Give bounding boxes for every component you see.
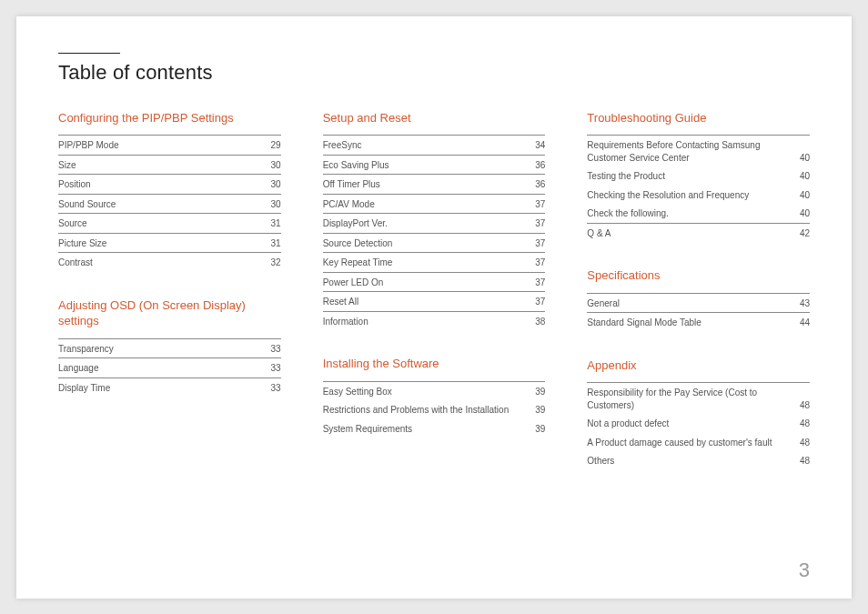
section-heading[interactable]: Troubleshooting Guide [587,110,810,126]
toc-section: Installing the SoftwareEasy Setting Box3… [323,356,546,438]
toc-entry-page: 37 [530,296,545,308]
toc-entry[interactable]: Language33 [58,357,281,377]
toc-entry[interactable]: Transparency33 [58,338,281,358]
toc-entry[interactable]: Key Repeat Time37 [323,252,546,272]
toc-entry-label: Others [587,455,623,468]
toc-entry-page: 40 [794,152,810,165]
toc-entry-page: 37 [530,257,545,269]
toc-entry-label: Easy Setting Box [323,386,401,398]
toc-entry[interactable]: Reset All37 [323,291,546,311]
toc-entry-label: Responsibility for the Pay Service (Cost… [587,387,794,411]
toc-entry[interactable]: General43 [587,293,810,313]
toc-entry-label: Eco Saving Plus [323,159,399,172]
toc-entry-label: Key Repeat Time [323,257,402,269]
toc-entry[interactable]: Position30 [58,174,281,194]
toc-entry-label: Contrast [58,257,102,269]
toc-entry-label: Sound Source [58,198,125,211]
toc-entry-label: Source [58,217,96,230]
toc-entry-page: 32 [266,257,281,269]
toc-entry[interactable]: Q & A42 [587,223,810,243]
toc-section: SpecificationsGeneral43Standard Signal M… [587,267,810,332]
toc-entry-label: Not a product defect [587,418,678,430]
title-rule [58,53,120,54]
toc-entry-page: 37 [530,277,545,289]
page-number: 3 [799,559,810,582]
toc-entry-label: Off Timer Plus [323,178,389,191]
toc-entry[interactable]: Picture Size31 [58,233,281,253]
toc-entry[interactable]: PC/AV Mode37 [323,194,546,214]
toc-entry[interactable]: Requirements Before Contacting Samsung C… [587,135,810,166]
toc-entry[interactable]: DisplayPort Ver.37 [323,213,546,233]
section-heading[interactable]: Specifications [587,267,810,284]
toc-entry[interactable]: Contrast32 [58,252,281,272]
toc-entry-label: FreeSync [323,139,371,152]
toc-entry[interactable]: Not a product defect48 [587,414,810,433]
toc-entry[interactable]: Checking the Resolution and Frequency40 [587,186,810,205]
toc-column: Configuring the PIP/PBP SettingsPIP/PBP … [58,110,281,470]
document-page: Table of contents Configuring the PIP/PB… [16,16,852,599]
toc-entry-page: 38 [530,316,545,328]
toc-entry[interactable]: Size30 [58,155,281,175]
toc-entry[interactable]: Source31 [58,213,281,233]
toc-entry-page: 40 [794,207,810,220]
toc-entry-label: Reset All [323,296,368,308]
toc-entry-label: PIP/PBP Mode [58,139,128,152]
toc-entry-label: DisplayPort Ver. [323,217,397,230]
toc-entry-page: 39 [530,386,545,398]
toc-entry-label: A Product damage caused by customer's fa… [587,437,781,449]
section-heading[interactable]: Appendix [587,357,810,374]
toc-entry[interactable]: Source Detection37 [323,233,546,253]
toc-entry-page: 37 [530,237,545,250]
toc-column: Setup and ResetFreeSync34Eco Saving Plus… [323,110,546,470]
toc-entry[interactable]: Restrictions and Problems with the Insta… [323,400,546,419]
toc-entry[interactable]: Easy Setting Box39 [323,381,546,401]
toc-entry-page: 37 [530,217,545,230]
toc-entry-label: Source Detection [323,237,402,250]
toc-entry-label: General [587,297,629,310]
toc-entry-page: 42 [794,227,810,240]
toc-section: AppendixResponsibility for the Pay Servi… [587,357,810,470]
toc-entry-page: 48 [794,399,810,412]
toc-entry[interactable]: System Requirements39 [323,419,546,438]
toc-entry[interactable]: PIP/PBP Mode29 [58,135,281,155]
toc-entry-page: 39 [530,404,545,417]
toc-entry-label: Display Time [58,382,119,395]
toc-entry-page: 48 [794,455,810,468]
toc-entry-page: 30 [266,178,281,191]
section-heading[interactable]: Adjusting OSD (On Screen Display) settin… [58,297,281,329]
toc-entry[interactable]: Off Timer Plus36 [323,174,546,194]
toc-entry-page: 37 [530,198,545,211]
toc-entry[interactable]: Information38 [323,311,546,331]
toc-entry[interactable]: Power LED On37 [323,272,546,292]
toc-entry-page: 33 [266,343,281,356]
section-heading[interactable]: Installing the Software [323,356,546,372]
toc-entry[interactable]: A Product damage caused by customer's fa… [587,433,810,452]
toc-entry-label: Check the following. [587,207,678,220]
toc-entry-page: 33 [266,362,281,375]
toc-entry[interactable]: Sound Source30 [58,194,281,214]
toc-entry[interactable]: Check the following.40 [587,204,810,223]
toc-entry-label: Transparency [58,343,123,356]
toc-entry-page: 40 [794,170,810,183]
toc-entry-label: System Requirements [323,423,421,436]
toc-entry[interactable]: Others48 [587,451,810,470]
toc-entry[interactable]: Standard Signal Mode Table44 [587,312,810,332]
toc-entry[interactable]: Display Time33 [58,377,281,398]
toc-entry-page: 31 [266,237,281,250]
page-title: Table of contents [58,61,810,85]
toc-entry-page: 29 [266,139,281,152]
section-heading[interactable]: Configuring the PIP/PBP Settings [58,110,281,126]
toc-entry-page: 30 [266,159,281,172]
toc-entry[interactable]: FreeSync34 [323,135,546,155]
toc-entry-page: 36 [530,159,545,172]
toc-entry-page: 33 [266,382,281,395]
section-heading[interactable]: Setup and Reset [323,110,546,126]
toc-entry-page: 48 [794,437,810,449]
toc-entry[interactable]: Responsibility for the Pay Service (Cost… [587,382,810,414]
toc-entry[interactable]: Testing the Product40 [587,166,810,186]
toc-entry-page: 36 [530,178,545,191]
toc-entry-label: Standard Signal Mode Table [587,317,710,329]
toc-entry-label: Position [58,178,100,191]
toc-entry-label: Q & A [587,227,620,240]
toc-entry[interactable]: Eco Saving Plus36 [323,155,546,175]
